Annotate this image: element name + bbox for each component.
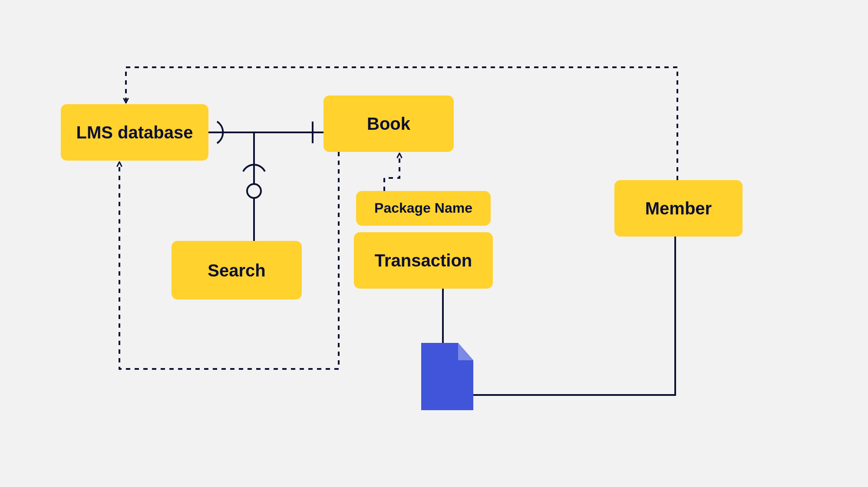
file-icon <box>421 343 473 410</box>
node-member: Member <box>614 180 743 237</box>
edge-lms-book <box>208 122 323 143</box>
node-book: Book <box>323 95 454 152</box>
edge-file-member <box>473 237 675 395</box>
node-label: LMS database <box>76 123 193 142</box>
diagram-canvas: LMS database Book Search Package Name Tr… <box>0 0 868 487</box>
node-search: Search <box>172 241 302 299</box>
node-label: Search <box>208 261 265 280</box>
node-package-name: Package Name <box>356 191 491 226</box>
node-label: Transaction <box>375 251 472 270</box>
node-label: Member <box>645 199 712 218</box>
node-lms-database: LMS database <box>61 104 208 161</box>
node-transaction: Transaction <box>354 232 493 289</box>
node-label: Package Name <box>374 201 472 216</box>
svg-point-3 <box>247 184 261 198</box>
edge-book-search <box>243 132 265 241</box>
edge-package-book-dashed <box>384 155 399 191</box>
node-label: Book <box>367 114 410 133</box>
